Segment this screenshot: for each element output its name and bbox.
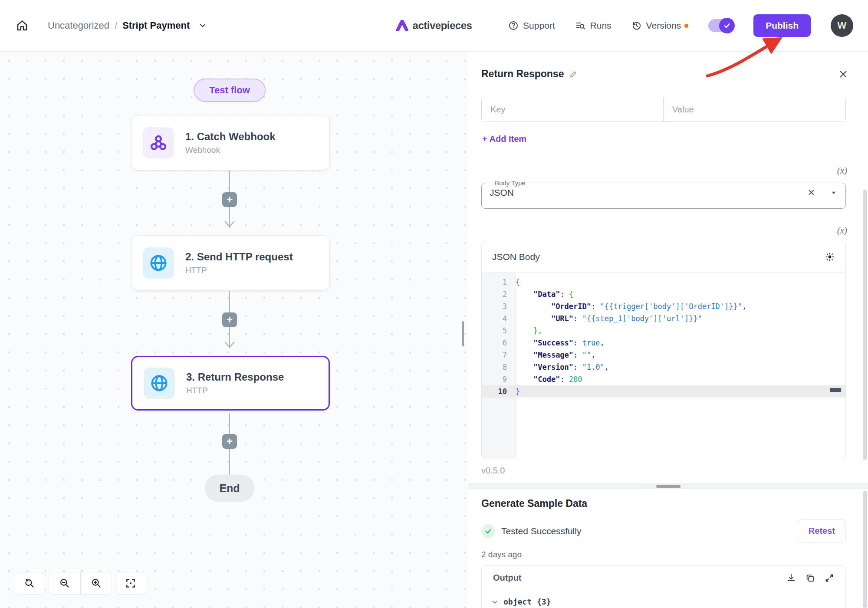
globe-icon (149, 373, 169, 393)
home-button[interactable] (15, 18, 30, 33)
zoom-out-button[interactable] (49, 572, 80, 594)
history-icon (631, 20, 642, 31)
zoom-reset-button[interactable] (14, 572, 45, 595)
avatar-initial: W (838, 20, 847, 31)
step-card-return-response[interactable]: 3. Return Response HTTP (131, 356, 330, 411)
http-icon-tile (143, 247, 174, 279)
breadcrumb: Uncategorized / Stript Payment (48, 20, 207, 31)
nav-runs-label: Runs (590, 20, 612, 31)
chevron-down-icon (491, 598, 498, 605)
code-editor[interactable]: 1{2 "Data": {3 "OrderID": "{{trigger['bo… (482, 273, 845, 459)
zoom-reset-icon (24, 578, 35, 589)
panel-resize-handle[interactable] (462, 321, 464, 346)
http-icon-tile (144, 368, 175, 399)
breadcrumb-folder[interactable]: Uncategorized (48, 20, 109, 31)
headers-key-value-row (481, 97, 846, 122)
add-step-button-1[interactable]: + (222, 192, 237, 207)
chevron-down-icon[interactable] (198, 21, 207, 30)
code-line[interactable]: 1{ (482, 276, 845, 288)
step-card-send-http[interactable]: 2. Send HTTP request HTTP (131, 235, 330, 291)
breadcrumb-flow-name[interactable]: Stript Payment (122, 20, 190, 31)
flow-canvas[interactable]: Test flow 1. Catch Webhook Webhook + 2. … (0, 52, 468, 608)
versions-unpublished-dot (684, 24, 688, 28)
webhook-icon-tile (143, 127, 174, 158)
step-title: 3. Return Response (186, 371, 284, 383)
nav-versions-label: Versions (646, 20, 681, 31)
body-type-value: JSON (490, 187, 514, 198)
dropdown-caret-icon[interactable] (830, 189, 838, 197)
fit-to-view-button[interactable] (115, 572, 146, 595)
step-title: 2. Send HTTP request (185, 251, 293, 263)
step-subtitle: HTTP (185, 266, 293, 275)
test-timestamp: 2 days ago (481, 550, 522, 559)
runs-icon (575, 20, 586, 31)
publish-button[interactable]: Publish (753, 14, 811, 37)
breadcrumb-separator: / (115, 20, 117, 31)
output-header: Output (482, 566, 845, 590)
step-settings-panel: Return Response + Add Item (x) Body Type… (468, 52, 868, 608)
code-line[interactable]: 9 "Code": 200 (482, 373, 845, 385)
nav-runs[interactable]: Runs (575, 20, 612, 31)
webhook-icon (149, 133, 168, 152)
close-panel-button[interactable] (838, 69, 848, 79)
avatar[interactable]: W (831, 14, 853, 37)
connector-arrowhead (224, 221, 235, 230)
body-type-select[interactable]: Body Type JSON ✕ (481, 179, 846, 209)
step-subtitle: Webhook (185, 145, 276, 155)
code-line[interactable]: 5 }, (482, 325, 845, 337)
edit-name-icon[interactable] (569, 70, 578, 79)
body-type-label: Body Type (492, 179, 528, 187)
zoom-in-button[interactable] (80, 572, 112, 594)
step-title: 1. Catch Webhook (185, 131, 276, 143)
ai-sparkle-icon[interactable] (825, 252, 835, 262)
nav-versions[interactable]: Versions (631, 20, 689, 31)
tree-node-type: object (503, 597, 532, 606)
expand-icon[interactable] (825, 573, 834, 583)
nav-support[interactable]: Support (508, 20, 555, 31)
generate-sample-data-title: Generate Sample Data (481, 498, 587, 509)
panel-scrollbar-thumb[interactable] (863, 190, 867, 460)
test-status-row: Tested Successfully Retest (481, 519, 846, 542)
panel-splitter[interactable] (468, 483, 868, 489)
code-line[interactable]: 3 "OrderID": "{{trigger['body']['OrderID… (482, 300, 845, 312)
code-line[interactable]: 4 "URL": "{{step_1['body']['url']}}" (482, 312, 845, 325)
top-nav: Support Runs Versions Publish W (508, 14, 853, 37)
step-card-catch-webhook[interactable]: 1. Catch Webhook Webhook (131, 115, 330, 171)
json-body-header: JSON Body (482, 241, 845, 273)
code-line[interactable]: 6 "Success": true, (482, 337, 845, 349)
splitter-handle (656, 485, 681, 488)
dynamic-value-toggle-icon[interactable]: (x) (837, 165, 847, 176)
add-step-button-3[interactable]: + (222, 434, 237, 449)
connector-arrowhead (224, 342, 235, 350)
key-input[interactable] (482, 97, 664, 122)
editor-scroll-marker[interactable] (830, 388, 841, 392)
test-status-text: Tested Successfully (501, 526, 581, 536)
retest-button[interactable]: Retest (798, 519, 846, 542)
sample-scrollbar-thumb[interactable] (863, 491, 867, 608)
clear-body-type-icon[interactable]: ✕ (807, 187, 815, 198)
output-card: Output object {3} (481, 565, 846, 608)
value-input[interactable] (664, 97, 845, 122)
check-icon (723, 22, 731, 30)
output-tree-root[interactable]: object {3} (482, 590, 845, 608)
download-icon[interactable] (786, 573, 796, 583)
help-icon (508, 20, 519, 31)
piece-version: v0.5.0 (481, 466, 505, 476)
json-body-title: JSON Body (492, 252, 540, 262)
success-check-icon (481, 524, 495, 538)
add-item-link[interactable]: + Add Item (482, 134, 526, 144)
code-line[interactable]: 2 "Data": { (482, 288, 845, 300)
code-line[interactable]: 10} (482, 385, 845, 398)
code-line[interactable]: 7 "Message": "", (482, 349, 845, 361)
zoom-out-icon (59, 578, 70, 589)
zoom-group (49, 572, 112, 595)
code-line[interactable]: 8 "Version": "1.0", (482, 361, 845, 373)
copy-icon[interactable] (806, 573, 815, 583)
flow-enabled-toggle[interactable] (708, 19, 733, 32)
panel-title: Return Response (481, 68, 564, 80)
output-title: Output (493, 573, 522, 583)
nav-support-label: Support (523, 20, 555, 31)
test-flow-button[interactable]: Test flow (194, 79, 266, 102)
dynamic-value-toggle-icon[interactable]: (x) (837, 225, 847, 236)
add-step-button-2[interactable]: + (222, 312, 237, 327)
